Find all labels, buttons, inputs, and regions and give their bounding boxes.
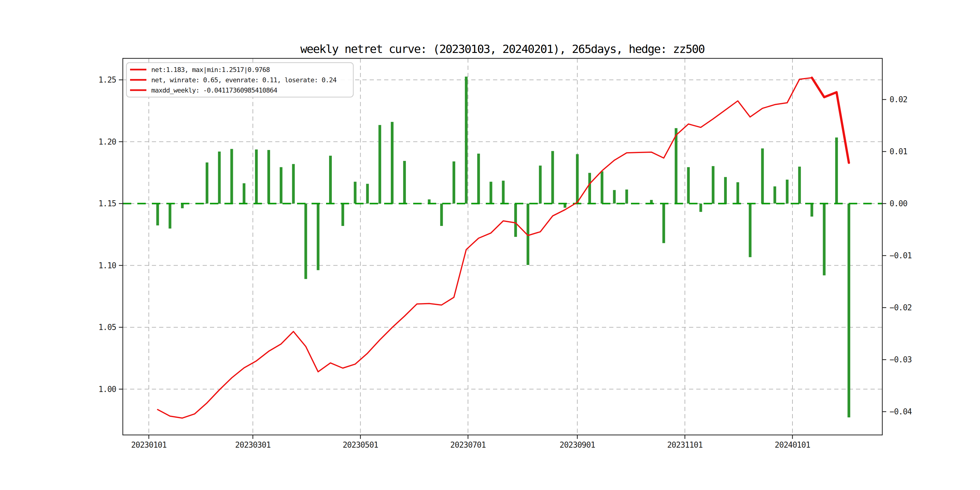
weekly-return-bar [280, 167, 283, 204]
weekly-return-bar [403, 161, 406, 204]
left-axis-tick-label: 1.15 [98, 199, 116, 208]
left-axis-tick-label: 1.25 [98, 75, 116, 84]
legend-entry-label: net:1.183, max|min:1.2517|0.9768 [151, 66, 270, 74]
left-axis-tick-label: 1.10 [98, 261, 116, 270]
weekly-return-bar [243, 183, 245, 204]
left-axis-tick-label: 1.20 [98, 137, 116, 146]
weekly-return-bar [687, 167, 690, 204]
weekly-return-bar [440, 204, 443, 226]
x-axis-tick-label: 20240101 [775, 441, 810, 449]
weekly-return-bar [465, 76, 468, 204]
weekly-return-bar [601, 171, 603, 204]
right-axis-tick-label: 0.01 [889, 147, 907, 156]
weekly-return-bar [773, 186, 776, 204]
weekly-return-bar [712, 166, 714, 204]
legend-entry-label: net, winrate: 0.65, evenrate: 0.11, lose… [151, 76, 337, 84]
left-axis-tick-label: 1.05 [98, 323, 116, 332]
left-axis-tick-label: 1.00 [98, 385, 116, 394]
net-curve-line [158, 78, 849, 418]
weekly-return-bar [379, 125, 381, 204]
weekly-return-bar [206, 162, 208, 204]
weekly-return-bar [737, 182, 739, 204]
x-axis-tick-label: 20230301 [235, 441, 270, 449]
weekly-return-bar [452, 162, 455, 204]
weekly-return-bar [391, 122, 393, 204]
weekly-return-bar [354, 182, 356, 204]
legend-entry-label: maxdd_weekly: -0.04117360985410864 [151, 86, 277, 94]
weekly-return-bar [613, 190, 616, 204]
weekly-return-bar [823, 204, 826, 275]
weekly-return-bar [490, 182, 492, 204]
weekly-netret-chart: weekly netret curve: (20230103, 20240201… [0, 0, 980, 490]
weekly-return-bar [749, 204, 752, 257]
weekly-return-bar [786, 180, 789, 204]
legend: net:1.183, max|min:1.2517|0.9768net, win… [126, 63, 353, 97]
right-axis-tick-label: −0.02 [889, 303, 912, 312]
maxdd-segment-line [812, 78, 849, 163]
weekly-return-bar [835, 138, 838, 204]
weekly-return-bar [662, 204, 665, 243]
weekly-return-bar [329, 156, 332, 204]
weekly-return-bar [502, 181, 504, 204]
weekly-return-bar [699, 204, 702, 212]
weekly-return-bar [539, 165, 542, 204]
right-axis-tick-label: −0.04 [889, 407, 912, 416]
right-axis-tick-label: 0.00 [889, 199, 907, 208]
x-axis-tick-label: 20230501 [343, 441, 378, 449]
weekly-return-bar [551, 151, 554, 204]
x-axis-tick-label: 20230101 [131, 441, 166, 449]
weekly-return-bar [811, 204, 813, 216]
weekly-return-bar [317, 204, 320, 270]
weekly-return-bar [798, 167, 801, 204]
weekly-return-bar [514, 204, 517, 237]
weekly-return-bar [292, 164, 295, 204]
weekly-return-bar [761, 148, 764, 204]
x-axis-tick-label: 20231101 [667, 441, 703, 449]
chart-window: weekly netret curve: (20230103, 20240201… [0, 0, 980, 490]
weekly-return-bar [724, 177, 727, 204]
weekly-return-bar [169, 204, 171, 229]
weekly-return-bar [848, 204, 850, 417]
x-axis-tick-label: 20230701 [450, 441, 486, 449]
right-axis-tick-label: 0.02 [889, 95, 907, 104]
weekly-return-bar [218, 151, 221, 204]
weekly-return-bar [477, 154, 480, 204]
right-axis-tick-label: −0.03 [889, 355, 912, 364]
weekly-return-bar [576, 154, 579, 204]
weekly-return-bar [588, 173, 591, 204]
weekly-return-bar [625, 190, 628, 204]
x-axis-tick-label: 20230901 [560, 441, 595, 449]
weekly-return-bar [267, 150, 270, 204]
weekly-return-bar [304, 204, 307, 279]
plot-border [123, 58, 882, 435]
weekly-return-bar [342, 204, 344, 226]
weekly-return-bar [156, 204, 159, 225]
weekly-return-bar [255, 150, 258, 204]
weekly-return-bar [675, 128, 678, 204]
chart-title: weekly netret curve: (20230103, 20240201… [300, 42, 705, 56]
right-axis-tick-label: −0.01 [889, 251, 912, 260]
weekly-return-bar [231, 149, 233, 204]
weekly-return-bar [366, 184, 369, 204]
